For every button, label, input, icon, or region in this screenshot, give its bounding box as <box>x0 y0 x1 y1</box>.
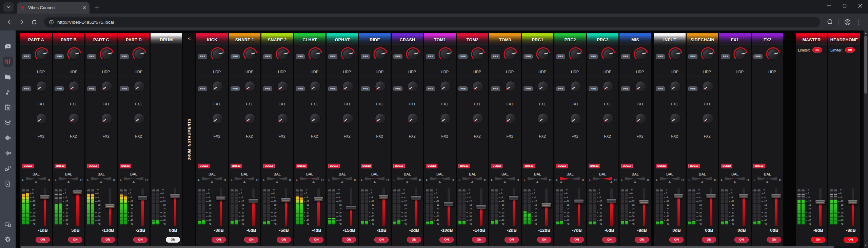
balance-slider[interactable] <box>331 177 353 183</box>
fx2-knob[interactable] <box>406 111 420 126</box>
on-button[interactable]: ON <box>844 237 858 243</box>
fader-handle[interactable] <box>606 199 616 203</box>
volume-fader[interactable] <box>673 188 684 226</box>
audio-file-icon[interactable] <box>3 179 13 189</box>
pre-button[interactable]: PRE <box>22 86 31 91</box>
pre-button[interactable]: PRE <box>87 86 96 91</box>
balance-widget[interactable]: LR <box>656 177 684 183</box>
volume-fader[interactable] <box>105 188 115 226</box>
volume-fader[interactable] <box>346 188 356 226</box>
balance-widget[interactable]: LR <box>556 177 584 183</box>
address-bar[interactable]: http://Vibes-14a51f675.local <box>44 17 820 27</box>
pre-button[interactable]: PRE <box>328 86 337 91</box>
hdp-knob[interactable] <box>633 47 648 62</box>
on-button[interactable]: ON <box>166 237 180 243</box>
hdp-knob[interactable] <box>243 47 258 62</box>
volume-fader[interactable] <box>509 188 519 226</box>
on-button[interactable]: ON <box>374 237 389 243</box>
pre-button[interactable]: PRE <box>120 86 129 91</box>
fader-handle[interactable] <box>313 197 323 201</box>
fader-handle[interactable] <box>509 195 519 200</box>
collapse-group-button[interactable]: < <box>183 36 195 41</box>
window-minimize-button[interactable] <box>821 0 837 12</box>
url-text[interactable]: http://Vibes-14a51f675.local <box>57 20 114 25</box>
fx1-knob[interactable] <box>701 79 715 94</box>
volume-fader[interactable] <box>606 188 616 226</box>
bus12-badge[interactable]: BUS12 <box>120 164 131 168</box>
volume-fader[interactable] <box>443 188 454 226</box>
on-button[interactable]: ON <box>133 237 147 243</box>
fx1-knob[interactable] <box>471 79 486 94</box>
volume-fader[interactable] <box>378 188 389 226</box>
bus12-badge[interactable]: BUS12 <box>198 164 210 168</box>
bus12-badge[interactable]: BUS12 <box>458 164 470 168</box>
fader-handle[interactable] <box>706 194 716 198</box>
balance-widget[interactable]: LR <box>589 177 616 183</box>
pre-button[interactable]: PRE <box>426 86 435 91</box>
balance-widget[interactable]: LR <box>458 177 486 183</box>
hdp-knob[interactable] <box>503 47 518 62</box>
balance-slider[interactable] <box>592 177 613 183</box>
fx1-knob[interactable] <box>243 79 258 94</box>
volume-fader[interactable] <box>706 188 716 226</box>
volume-fader[interactable] <box>170 188 180 226</box>
pre-button[interactable]: PRE <box>198 54 207 59</box>
balance-slider[interactable] <box>527 177 548 183</box>
fx1-knob[interactable] <box>601 79 616 94</box>
fx2-knob[interactable] <box>132 111 147 126</box>
balance-slider[interactable] <box>494 177 516 183</box>
fx1-knob[interactable] <box>132 79 147 94</box>
fx2-knob[interactable] <box>438 111 453 126</box>
pre-button[interactable]: PRE <box>361 86 370 91</box>
fx2-knob[interactable] <box>67 111 82 126</box>
hdp-knob[interactable] <box>373 47 388 62</box>
balance-widget[interactable]: LR <box>361 177 389 183</box>
balance-widget[interactable]: LR <box>120 177 147 183</box>
pattern-blocks-icon[interactable] <box>3 163 13 173</box>
bus12-badge[interactable]: BUS12 <box>328 164 340 168</box>
hdp-knob[interactable] <box>340 47 355 62</box>
pre-button[interactable]: PRE <box>55 86 64 91</box>
on-button[interactable]: ON <box>537 237 551 243</box>
fader-handle[interactable] <box>216 196 226 201</box>
window-close-button[interactable] <box>852 0 868 12</box>
hdp-knob[interactable] <box>67 47 82 62</box>
balance-slider[interactable] <box>90 177 112 183</box>
fx1-knob[interactable] <box>275 79 290 94</box>
pre-button[interactable]: PRE <box>120 54 129 59</box>
bus12-badge[interactable]: BUS12 <box>22 164 34 168</box>
pre-button[interactable]: PRE <box>263 86 272 91</box>
volume-fader[interactable] <box>574 188 584 226</box>
hdp-knob[interactable] <box>438 47 453 62</box>
volume-fader[interactable] <box>639 188 649 226</box>
balance-widget[interactable]: LR <box>328 177 356 183</box>
tab-search-button[interactable] <box>3 2 14 12</box>
on-button[interactable]: ON <box>212 237 226 243</box>
balance-widget[interactable]: LR <box>22 177 50 183</box>
pre-button[interactable]: PRE <box>656 86 665 91</box>
balance-slider[interactable] <box>123 177 144 183</box>
balance-widget[interactable]: LR <box>263 177 291 183</box>
balance-widget[interactable]: LR <box>55 177 82 183</box>
balance-slider[interactable] <box>659 177 680 183</box>
bus12-badge[interactable]: BUS12 <box>393 164 405 168</box>
bus12-badge[interactable]: BUS12 <box>426 164 437 168</box>
pre-button[interactable]: PRE <box>87 54 96 59</box>
volume-fader[interactable] <box>815 188 825 226</box>
balance-widget[interactable]: LR <box>524 177 551 183</box>
balance-slider[interactable] <box>756 177 778 183</box>
fx2-knob[interactable] <box>668 111 683 126</box>
pre-button[interactable]: PRE <box>198 86 207 91</box>
balance-slider[interactable] <box>201 177 223 183</box>
fx2-knob[interactable] <box>34 111 49 126</box>
on-button[interactable]: ON <box>602 237 616 243</box>
fx2-knob[interactable] <box>308 111 323 126</box>
horizontal-scrollbar-thumb[interactable] <box>20 246 834 248</box>
bus12-badge[interactable]: BUS12 <box>231 164 242 168</box>
pre-button[interactable]: PRE <box>231 86 240 91</box>
fx1-knob[interactable] <box>668 79 683 94</box>
back-button[interactable] <box>4 17 15 27</box>
on-button[interactable]: ON <box>669 237 684 243</box>
pre-button[interactable]: PRE <box>263 54 272 59</box>
vertical-scrollbar[interactable]: ▲ ▼ <box>864 30 868 248</box>
